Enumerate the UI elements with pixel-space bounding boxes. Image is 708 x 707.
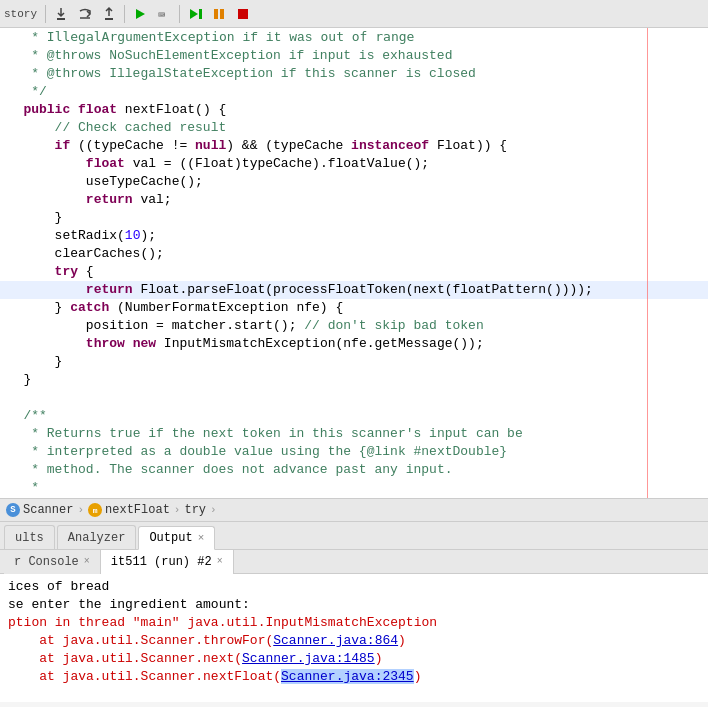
breadcrumb-arrow-2: › <box>174 504 181 516</box>
code-line: /** <box>0 407 708 425</box>
console-tabs: r Console × it511 (run) #2 × <box>0 550 708 574</box>
code-line: return val; <box>0 191 708 209</box>
toolbar-btn-step-out[interactable] <box>98 3 120 25</box>
rconsole-close[interactable]: × <box>84 556 90 567</box>
code-line: public float nextFloat() { <box>0 101 708 119</box>
link-scanner-864[interactable]: Scanner.java:864 <box>273 633 398 648</box>
run-label: it511 (run) #2 <box>111 555 212 569</box>
console-area: ices of bread se enter the ingredient am… <box>0 574 708 702</box>
tab-results[interactable]: ults <box>4 525 55 549</box>
breadcrumb-arrow-1: › <box>77 504 84 516</box>
code-line: } <box>0 209 708 227</box>
code-line-highlighted: return Float.parseFloat(processFloatToke… <box>0 281 708 299</box>
toolbar-btn-resume[interactable] <box>184 3 206 25</box>
code-line: * IllegalArgumentException if it was out… <box>0 28 708 47</box>
svg-marker-3 <box>136 9 145 19</box>
toolbar-btn-run[interactable] <box>129 3 151 25</box>
editor-area: * IllegalArgumentException if it was out… <box>0 28 708 498</box>
tab-results-label: ults <box>15 531 44 545</box>
toolbar: story ⌨ <box>0 0 708 28</box>
code-line: * @throws NoSuchElementException if inpu… <box>0 47 708 65</box>
toolbar-btn-step-over[interactable] <box>74 3 96 25</box>
console-line-2: se enter the ingredient amount: <box>8 596 700 614</box>
code-line: setRadix(10); <box>0 227 708 245</box>
console-line-next: at java.util.Scanner.next(Scanner.java:1… <box>8 650 700 668</box>
code-line: * @throws IllegalStateException if this … <box>0 65 708 83</box>
toolbar-btn-pause[interactable] <box>208 3 230 25</box>
code-line: // Check cached result <box>0 119 708 137</box>
console-line-throwfor: at java.util.Scanner.throwFor(Scanner.ja… <box>8 632 700 650</box>
breadcrumb-scanner-label: Scanner <box>23 503 73 517</box>
method-icon: m <box>88 503 102 517</box>
console-line-nextfloat: at java.util.Scanner.nextFloat(Scanner.j… <box>8 668 700 686</box>
tab-output[interactable]: Output × <box>138 526 215 550</box>
svg-rect-7 <box>214 9 218 19</box>
breadcrumb: S Scanner › m nextFloat › try › <box>0 498 708 522</box>
breadcrumb-try[interactable]: try <box>184 503 206 517</box>
code-lines: * IllegalArgumentException if it was out… <box>0 28 708 498</box>
code-line: try { <box>0 263 708 281</box>
breadcrumb-scanner[interactable]: S Scanner <box>6 503 73 517</box>
code-line: position = matcher.start(); // don't ski… <box>0 317 708 335</box>
link-scanner-1485[interactable]: Scanner.java:1485 <box>242 651 375 666</box>
link-scanner-2345[interactable]: Scanner.java:2345 <box>281 669 414 684</box>
code-line: } <box>0 371 708 389</box>
breadcrumb-nextfloat[interactable]: m nextFloat <box>88 503 170 517</box>
code-line: * <box>0 479 708 497</box>
console-tab-run[interactable]: it511 (run) #2 × <box>101 550 234 574</box>
tab-analyzer-label: Analyzer <box>68 531 126 545</box>
code-line <box>0 389 708 407</box>
code-line: throw new InputMismatchException(nfe.get… <box>0 335 708 353</box>
svg-text:⌨: ⌨ <box>158 9 165 22</box>
bottom-panel: ults Analyzer Output × r Console × it511… <box>0 522 708 702</box>
separator-2 <box>124 5 125 23</box>
breadcrumb-nextfloat-label: nextFloat <box>105 503 170 517</box>
svg-rect-8 <box>220 9 224 19</box>
code-line: * @return true if and only if this scann… <box>0 497 708 498</box>
tab-output-label: Output <box>149 531 192 545</box>
code-line: * method. The scanner does not advance p… <box>0 461 708 479</box>
toolbar-label: story <box>4 8 37 20</box>
code-line: clearCaches(); <box>0 245 708 263</box>
svg-marker-5 <box>190 9 198 19</box>
console-line-1: ices of bread <box>8 578 700 596</box>
code-content: * IllegalArgumentException if it was out… <box>0 28 708 498</box>
red-line-indicator <box>647 28 648 498</box>
rconsole-label: r Console <box>14 555 79 569</box>
code-line: useTypeCache(); <box>0 173 708 191</box>
code-line: } <box>0 353 708 371</box>
tab-analyzer[interactable]: Analyzer <box>57 525 137 549</box>
separator-3 <box>179 5 180 23</box>
scanner-class-icon: S <box>6 503 20 517</box>
code-line: */ <box>0 83 708 101</box>
bottom-tabs: ults Analyzer Output × <box>0 522 708 550</box>
code-line: * interpreted as a double value using th… <box>0 443 708 461</box>
svg-rect-6 <box>199 9 202 19</box>
tab-output-close[interactable]: × <box>198 532 205 544</box>
console-tab-rconsole[interactable]: r Console × <box>4 550 101 574</box>
console-output: ices of bread se enter the ingredient am… <box>0 574 708 702</box>
code-line: * Returns true if the next token in this… <box>0 425 708 443</box>
svg-rect-9 <box>238 9 248 19</box>
toolbar-btn-step-into[interactable] <box>50 3 72 25</box>
run-close[interactable]: × <box>217 556 223 567</box>
code-line: float val = ((Float)typeCache).floatValu… <box>0 155 708 173</box>
svg-rect-2 <box>105 18 113 20</box>
separator-1 <box>45 5 46 23</box>
breadcrumb-arrow-3: › <box>210 504 217 516</box>
breadcrumb-try-label: try <box>184 503 206 517</box>
code-line: if ((typeCache != null) && (typeCache in… <box>0 137 708 155</box>
toolbar-btn-eval[interactable]: ⌨ <box>153 3 175 25</box>
svg-rect-0 <box>57 18 65 20</box>
console-line-exception: ption in thread "main" java.util.InputMi… <box>8 614 700 632</box>
toolbar-btn-stop[interactable] <box>232 3 254 25</box>
code-line: } catch (NumberFormatException nfe) { <box>0 299 708 317</box>
